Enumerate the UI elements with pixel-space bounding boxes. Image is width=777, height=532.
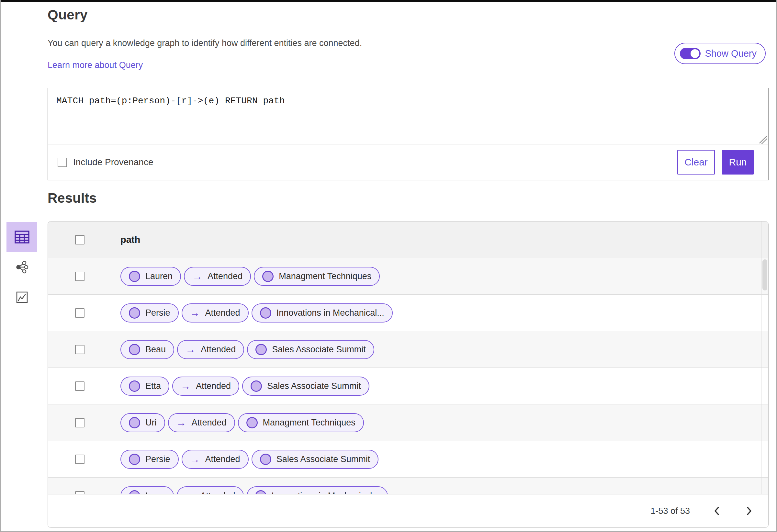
scrollbar-track-segment bbox=[761, 477, 768, 494]
row-checkbox-cell bbox=[48, 477, 112, 494]
row-checkbox[interactable] bbox=[75, 345, 85, 354]
row-path-cell: Lauren → Attended Managment Techniques bbox=[112, 258, 761, 294]
query-editor[interactable]: MATCH path=(p:Person)-[r]->(e) RETURN pa… bbox=[48, 88, 768, 144]
entity-label: Persie bbox=[145, 308, 170, 318]
include-provenance-label: Include Provenance bbox=[73, 157, 153, 168]
entity-label: Innovations in Mechanical... bbox=[276, 308, 384, 318]
relation-pill[interactable]: → Attended bbox=[184, 267, 251, 286]
entity-label: Etta bbox=[145, 381, 161, 391]
header-path-cell: path bbox=[112, 221, 761, 258]
entity-pill[interactable]: Innovations in Mechanical... bbox=[251, 303, 393, 322]
row-checkbox-cell bbox=[48, 258, 112, 294]
node-icon bbox=[250, 381, 262, 392]
row-checkbox-cell bbox=[48, 368, 112, 404]
relation-pill[interactable]: → Attended bbox=[172, 377, 239, 396]
entity-label: Persie bbox=[145, 454, 170, 464]
table-row: Etta → Attended Sales Associate Summit bbox=[48, 368, 768, 404]
chart-view-button[interactable] bbox=[6, 282, 37, 312]
entity-pill[interactable]: Beau bbox=[120, 340, 174, 359]
include-provenance-checkbox[interactable] bbox=[58, 158, 67, 167]
relation-pill[interactable]: → Attended bbox=[168, 413, 235, 432]
arrow-right-icon: → bbox=[181, 381, 191, 391]
results-rows: Lauren → Attended Managment Techniques bbox=[48, 258, 768, 494]
scrollbar-thumb[interactable] bbox=[762, 259, 767, 291]
relation-label: Attended bbox=[201, 344, 236, 354]
entity-pill[interactable]: Uri bbox=[120, 413, 165, 432]
results-table: path Lauren → Attended bbox=[47, 221, 769, 528]
relation-pill[interactable]: → Attended bbox=[182, 303, 249, 322]
arrow-right-icon: → bbox=[190, 308, 200, 318]
toggle-switch-icon[interactable] bbox=[680, 48, 700, 59]
show-query-label: Show Query bbox=[705, 48, 757, 59]
row-checkbox[interactable] bbox=[75, 455, 85, 464]
entity-pill[interactable]: Sales Associate Summit bbox=[247, 340, 374, 359]
arrow-right-icon: → bbox=[177, 418, 187, 428]
relation-label: Attended bbox=[200, 491, 235, 495]
row-checkbox-cell bbox=[48, 441, 112, 477]
scrollbar-track-segment bbox=[761, 404, 768, 441]
entity-pill[interactable]: Managment Techniques bbox=[238, 413, 364, 432]
entity-pill[interactable]: Larry bbox=[120, 486, 174, 495]
include-provenance-group[interactable]: Include Provenance bbox=[58, 157, 153, 168]
table-view-button[interactable] bbox=[6, 222, 37, 252]
scrollbar-track-segment bbox=[761, 295, 768, 331]
table-header-row: path bbox=[48, 221, 768, 258]
relation-label: Attended bbox=[192, 418, 227, 428]
entity-pill[interactable]: Sales Associate Summit bbox=[242, 377, 369, 396]
row-checkbox[interactable] bbox=[75, 382, 85, 391]
arrow-right-icon: → bbox=[192, 271, 202, 281]
row-checkbox[interactable] bbox=[75, 308, 85, 318]
node-icon bbox=[129, 490, 140, 495]
arrow-right-icon: → bbox=[185, 491, 195, 495]
graph-view-button[interactable] bbox=[6, 252, 37, 282]
row-checkbox-cell bbox=[48, 331, 112, 367]
entity-label: Larry bbox=[145, 491, 165, 495]
chevron-left-icon bbox=[713, 506, 720, 516]
node-icon bbox=[260, 307, 271, 319]
table-view-icon bbox=[15, 230, 29, 243]
entity-pill[interactable]: Sales Associate Summit bbox=[251, 450, 379, 469]
entity-pill[interactable]: Persie bbox=[120, 303, 179, 322]
relation-pill[interactable]: → Attended bbox=[177, 340, 244, 359]
row-checkbox[interactable] bbox=[75, 418, 85, 427]
row-checkbox-cell bbox=[48, 404, 112, 441]
top-border-bar bbox=[1, 0, 776, 2]
row-path-cell: Larry → Attended Innovations in Mechanic… bbox=[112, 477, 761, 494]
select-all-checkbox[interactable] bbox=[75, 235, 85, 244]
table-row: Persie → Attended Innovations in Mechani… bbox=[48, 295, 768, 331]
resize-grip-icon[interactable] bbox=[760, 136, 767, 144]
entity-label: Uri bbox=[145, 418, 157, 428]
row-checkbox[interactable] bbox=[75, 272, 85, 281]
node-icon bbox=[129, 344, 140, 355]
table-row: Uri → Attended Managment Techniques bbox=[48, 404, 768, 441]
entity-label: Sales Associate Summit bbox=[272, 344, 366, 354]
row-checkbox-cell bbox=[48, 295, 112, 331]
entity-label: Sales Associate Summit bbox=[267, 381, 361, 391]
node-icon bbox=[260, 454, 271, 465]
row-path-cell: Beau → Attended Sales Associate Summit bbox=[112, 331, 761, 367]
entity-pill[interactable]: Persie bbox=[120, 450, 179, 469]
node-icon bbox=[255, 490, 266, 495]
previous-page-button[interactable] bbox=[711, 504, 722, 518]
relation-pill[interactable]: → Attended bbox=[182, 450, 249, 469]
entity-pill[interactable]: Managment Techniques bbox=[254, 267, 380, 286]
node-icon bbox=[129, 454, 140, 465]
row-checkbox[interactable] bbox=[75, 491, 85, 495]
table-row: Lauren → Attended Managment Techniques bbox=[48, 258, 768, 295]
relation-pill[interactable]: → Attended bbox=[177, 486, 244, 495]
clear-button[interactable]: Clear bbox=[677, 150, 715, 175]
next-page-button[interactable] bbox=[744, 504, 755, 518]
chart-view-icon bbox=[16, 291, 28, 303]
pagination-range: 1-53 of 53 bbox=[650, 506, 690, 516]
entity-pill[interactable]: Lauren bbox=[120, 267, 181, 286]
entity-pill[interactable]: Etta bbox=[120, 377, 169, 396]
row-path-cell: Uri → Attended Managment Techniques bbox=[112, 404, 761, 441]
run-button[interactable]: Run bbox=[722, 150, 754, 175]
query-page: Query You can query a knowledge graph to… bbox=[0, 0, 777, 532]
node-icon bbox=[129, 381, 140, 392]
relation-label: Attended bbox=[208, 271, 242, 281]
learn-more-link[interactable]: Learn more about Query bbox=[47, 60, 143, 70]
entity-pill[interactable]: Innovations in Mechanical... bbox=[247, 486, 388, 495]
show-query-toggle[interactable]: Show Query bbox=[674, 43, 766, 64]
results-title: Results bbox=[47, 190, 97, 206]
